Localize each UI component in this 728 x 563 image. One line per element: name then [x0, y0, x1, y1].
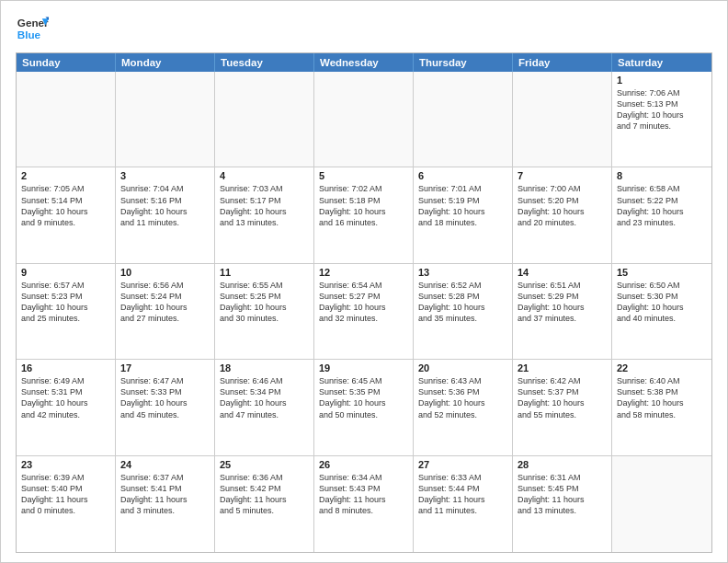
day-info: Sunrise: 6:43 AM Sunset: 5:36 PM Dayligh…	[418, 375, 507, 420]
calendar-cell: 9Sunrise: 6:57 AM Sunset: 5:23 PM Daylig…	[17, 264, 116, 359]
calendar-cell: 8Sunrise: 6:58 AM Sunset: 5:22 PM Daylig…	[612, 167, 711, 262]
weekday-label: Tuesday	[215, 53, 314, 72]
day-number: 19	[319, 362, 408, 373]
calendar-page: General Blue SundayMondayTuesdayWednesda…	[0, 0, 728, 563]
svg-text:Blue: Blue	[17, 29, 41, 40]
day-info: Sunrise: 6:52 AM Sunset: 5:28 PM Dayligh…	[418, 280, 507, 325]
day-info: Sunrise: 7:02 AM Sunset: 5:18 PM Dayligh…	[319, 183, 408, 228]
calendar-cell	[215, 72, 314, 167]
day-info: Sunrise: 7:00 AM Sunset: 5:20 PM Dayligh…	[518, 183, 607, 228]
day-number: 24	[120, 459, 210, 470]
calendar-body: 1Sunrise: 7:06 AM Sunset: 5:13 PM Daylig…	[17, 72, 711, 552]
day-info: Sunrise: 6:56 AM Sunset: 5:24 PM Dayligh…	[120, 280, 210, 325]
day-info: Sunrise: 6:49 AM Sunset: 5:31 PM Dayligh…	[21, 375, 110, 420]
weekday-label: Sunday	[17, 53, 116, 72]
calendar-cell: 10Sunrise: 6:56 AM Sunset: 5:24 PM Dayli…	[116, 264, 215, 359]
calendar-row: 16Sunrise: 6:49 AM Sunset: 5:31 PM Dayli…	[17, 360, 711, 455]
day-number: 14	[518, 267, 607, 278]
calendar-cell: 7Sunrise: 7:00 AM Sunset: 5:20 PM Daylig…	[513, 167, 612, 262]
day-number: 17	[120, 362, 210, 373]
day-number: 10	[120, 267, 210, 278]
day-number: 16	[21, 362, 110, 373]
calendar-cell: 17Sunrise: 6:47 AM Sunset: 5:33 PM Dayli…	[116, 360, 215, 454]
day-number: 1	[617, 75, 707, 86]
day-info: Sunrise: 7:06 AM Sunset: 5:13 PM Dayligh…	[617, 87, 707, 132]
day-info: Sunrise: 7:05 AM Sunset: 5:14 PM Dayligh…	[21, 183, 110, 228]
day-number: 20	[418, 362, 507, 373]
day-number: 13	[418, 267, 507, 278]
day-number: 18	[220, 362, 309, 373]
weekday-label: Friday	[513, 53, 612, 72]
day-number: 28	[518, 459, 607, 470]
weekday-label: Thursday	[414, 53, 513, 72]
calendar-cell: 27Sunrise: 6:33 AM Sunset: 5:44 PM Dayli…	[414, 456, 513, 552]
day-number: 8	[617, 170, 707, 181]
day-number: 15	[617, 267, 707, 278]
calendar-cell: 2Sunrise: 7:05 AM Sunset: 5:14 PM Daylig…	[17, 167, 116, 262]
calendar-cell: 19Sunrise: 6:45 AM Sunset: 5:35 PM Dayli…	[314, 360, 414, 454]
calendar-cell: 11Sunrise: 6:55 AM Sunset: 5:25 PM Dayli…	[215, 264, 314, 359]
calendar-cell: 4Sunrise: 7:03 AM Sunset: 5:17 PM Daylig…	[215, 167, 314, 262]
calendar-cell	[612, 456, 711, 552]
calendar-cell: 14Sunrise: 6:51 AM Sunset: 5:29 PM Dayli…	[513, 264, 612, 359]
calendar-cell: 23Sunrise: 6:39 AM Sunset: 5:40 PM Dayli…	[17, 456, 116, 552]
calendar-cell: 13Sunrise: 6:52 AM Sunset: 5:28 PM Dayli…	[414, 264, 513, 359]
day-info: Sunrise: 6:42 AM Sunset: 5:37 PM Dayligh…	[518, 375, 607, 420]
day-info: Sunrise: 6:39 AM Sunset: 5:40 PM Dayligh…	[21, 472, 110, 517]
day-info: Sunrise: 7:04 AM Sunset: 5:16 PM Dayligh…	[120, 183, 210, 228]
calendar-cell: 15Sunrise: 6:50 AM Sunset: 5:30 PM Dayli…	[612, 264, 711, 359]
calendar-cell: 18Sunrise: 6:46 AM Sunset: 5:34 PM Dayli…	[215, 360, 314, 454]
day-info: Sunrise: 6:55 AM Sunset: 5:25 PM Dayligh…	[220, 280, 309, 325]
day-number: 6	[418, 170, 507, 181]
day-number: 22	[617, 362, 707, 373]
weekday-label: Saturday	[612, 53, 711, 72]
calendar-cell: 26Sunrise: 6:34 AM Sunset: 5:43 PM Dayli…	[314, 456, 414, 552]
weekday-label: Monday	[116, 53, 215, 72]
calendar-cell: 6Sunrise: 7:01 AM Sunset: 5:19 PM Daylig…	[414, 167, 513, 262]
calendar-cell: 20Sunrise: 6:43 AM Sunset: 5:36 PM Dayli…	[414, 360, 513, 454]
day-info: Sunrise: 6:36 AM Sunset: 5:42 PM Dayligh…	[220, 472, 309, 517]
day-number: 25	[220, 459, 309, 470]
logo-icon: General Blue	[16, 12, 49, 45]
day-number: 27	[418, 459, 507, 470]
calendar-cell: 28Sunrise: 6:31 AM Sunset: 5:45 PM Dayli…	[513, 456, 612, 552]
calendar-row: 1Sunrise: 7:06 AM Sunset: 5:13 PM Daylig…	[17, 72, 711, 167]
calendar: SundayMondayTuesdayWednesdayThursdayFrid…	[16, 52, 712, 553]
calendar-cell	[314, 72, 414, 167]
day-number: 26	[319, 459, 408, 470]
day-number: 4	[220, 170, 309, 181]
day-info: Sunrise: 6:57 AM Sunset: 5:23 PM Dayligh…	[21, 280, 110, 325]
calendar-cell: 21Sunrise: 6:42 AM Sunset: 5:37 PM Dayli…	[513, 360, 612, 454]
day-info: Sunrise: 6:47 AM Sunset: 5:33 PM Dayligh…	[120, 375, 210, 420]
calendar-row: 9Sunrise: 6:57 AM Sunset: 5:23 PM Daylig…	[17, 264, 711, 360]
day-number: 7	[518, 170, 607, 181]
calendar-cell	[17, 72, 116, 167]
day-number: 3	[120, 170, 210, 181]
svg-text:General: General	[17, 17, 49, 29]
day-info: Sunrise: 6:31 AM Sunset: 5:45 PM Dayligh…	[518, 472, 607, 517]
day-info: Sunrise: 7:01 AM Sunset: 5:19 PM Dayligh…	[418, 183, 507, 228]
calendar-cell: 22Sunrise: 6:40 AM Sunset: 5:38 PM Dayli…	[612, 360, 711, 454]
day-info: Sunrise: 6:50 AM Sunset: 5:30 PM Dayligh…	[617, 280, 707, 325]
weekday-label: Wednesday	[314, 53, 414, 72]
day-info: Sunrise: 6:54 AM Sunset: 5:27 PM Dayligh…	[319, 280, 408, 325]
calendar-cell: 1Sunrise: 7:06 AM Sunset: 5:13 PM Daylig…	[612, 72, 711, 167]
calendar-cell: 12Sunrise: 6:54 AM Sunset: 5:27 PM Dayli…	[314, 264, 414, 359]
calendar-cell	[513, 72, 612, 167]
day-number: 12	[319, 267, 408, 278]
calendar-cell	[116, 72, 215, 167]
calendar-cell: 24Sunrise: 6:37 AM Sunset: 5:41 PM Dayli…	[116, 456, 215, 552]
day-info: Sunrise: 6:58 AM Sunset: 5:22 PM Dayligh…	[617, 183, 707, 228]
day-info: Sunrise: 6:33 AM Sunset: 5:44 PM Dayligh…	[418, 472, 507, 517]
calendar-cell: 3Sunrise: 7:04 AM Sunset: 5:16 PM Daylig…	[116, 167, 215, 262]
day-number: 2	[21, 170, 110, 181]
day-number: 23	[21, 459, 110, 470]
day-info: Sunrise: 6:51 AM Sunset: 5:29 PM Dayligh…	[518, 280, 607, 325]
calendar-cell: 25Sunrise: 6:36 AM Sunset: 5:42 PM Dayli…	[215, 456, 314, 552]
calendar-row: 2Sunrise: 7:05 AM Sunset: 5:14 PM Daylig…	[17, 167, 711, 263]
calendar-row: 23Sunrise: 6:39 AM Sunset: 5:40 PM Dayli…	[17, 456, 711, 552]
day-number: 5	[319, 170, 408, 181]
calendar-cell: 16Sunrise: 6:49 AM Sunset: 5:31 PM Dayli…	[17, 360, 116, 454]
day-info: Sunrise: 6:37 AM Sunset: 5:41 PM Dayligh…	[120, 472, 210, 517]
day-info: Sunrise: 6:40 AM Sunset: 5:38 PM Dayligh…	[617, 375, 707, 420]
